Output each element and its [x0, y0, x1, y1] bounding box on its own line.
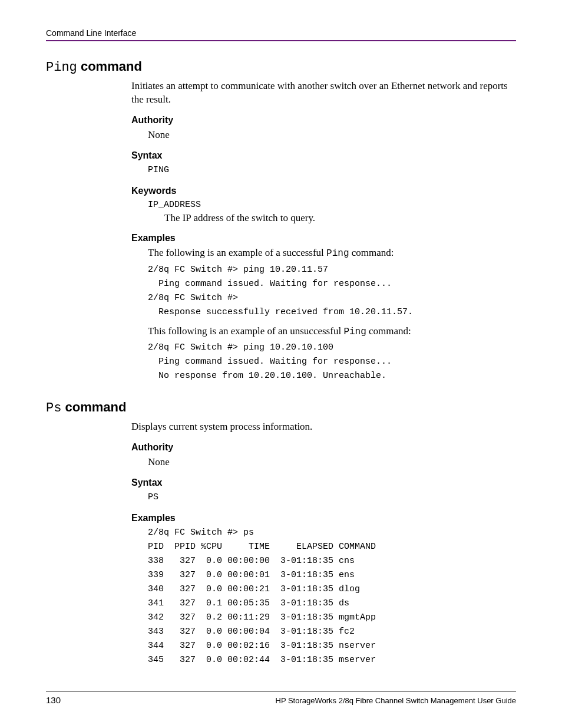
ps-example-code: 2/8q FC Switch #> ps PID PPID %CPU TIME …: [148, 526, 516, 667]
ps-intro: Displays current system process informat…: [131, 420, 516, 434]
example-intro-1: The following is an example of a success…: [148, 246, 516, 260]
example-intro-1c: command:: [349, 247, 394, 258]
section-title-ping: Ping command: [46, 59, 516, 75]
ping-example-block: The following is an example of a success…: [148, 246, 516, 383]
ps-example-block: 2/8q FC Switch #> ps PID PPID %CPU TIME …: [148, 526, 516, 667]
section-title-ps: Ps command: [46, 400, 516, 416]
authority-label: Authority: [131, 115, 516, 126]
example-code-2: 2/8q FC Switch #> ping 10.20.10.100 Ping…: [148, 341, 516, 383]
section-title-mono-ps: Ps: [46, 401, 61, 416]
authority-value: None: [148, 128, 516, 142]
ps-examples-label: Examples: [131, 513, 516, 523]
examples-label: Examples: [131, 233, 516, 243]
example-intro-1b: Ping: [326, 248, 349, 259]
syntax-label: Syntax: [131, 150, 516, 161]
section-title-bold: command: [77, 59, 142, 74]
keywords-body: IP_ADDRESS The IP address of the switch …: [148, 199, 516, 225]
section-title-mono: Ping: [46, 60, 77, 75]
section-title-bold-ps: command: [61, 400, 126, 414]
keyword-desc: The IP address of the switch to query.: [164, 211, 516, 225]
header-rule: [46, 40, 516, 41]
page-number: 130: [46, 695, 61, 705]
example-intro-2: This following is an example of an unsuc…: [148, 324, 516, 338]
example-intro-2c: command:: [366, 325, 411, 337]
ps-authority-label: Authority: [131, 442, 516, 453]
guide-title: HP StorageWorks 2/8q Fibre Channel Switc…: [276, 696, 517, 705]
example-intro-2b: Ping: [343, 327, 366, 337]
ps-syntax-label: Syntax: [131, 477, 516, 488]
keyword-term: IP_ADDRESS: [148, 199, 516, 211]
running-header: Command Line Interface: [46, 28, 516, 38]
example-intro-1a: The following is an example of a success…: [148, 247, 326, 258]
ps-authority-value: None: [148, 455, 516, 469]
example-code-1: 2/8q FC Switch #> ping 10.20.11.57 Ping …: [148, 263, 516, 319]
ping-body: Initiates an attempt to communicate with…: [131, 80, 516, 383]
document-page: Command Line Interface Ping command Init…: [0, 0, 562, 728]
ps-syntax-value: PS: [148, 490, 516, 505]
syntax-value: PING: [148, 163, 516, 177]
ping-intro: Initiates an attempt to communicate with…: [131, 80, 516, 107]
keywords-label: Keywords: [131, 186, 516, 196]
ps-body: Displays current system process informat…: [131, 420, 516, 667]
example-intro-2a: This following is an example of an unsuc…: [148, 325, 343, 337]
page-footer: 130 HP StorageWorks 2/8q Fibre Channel S…: [46, 691, 516, 705]
